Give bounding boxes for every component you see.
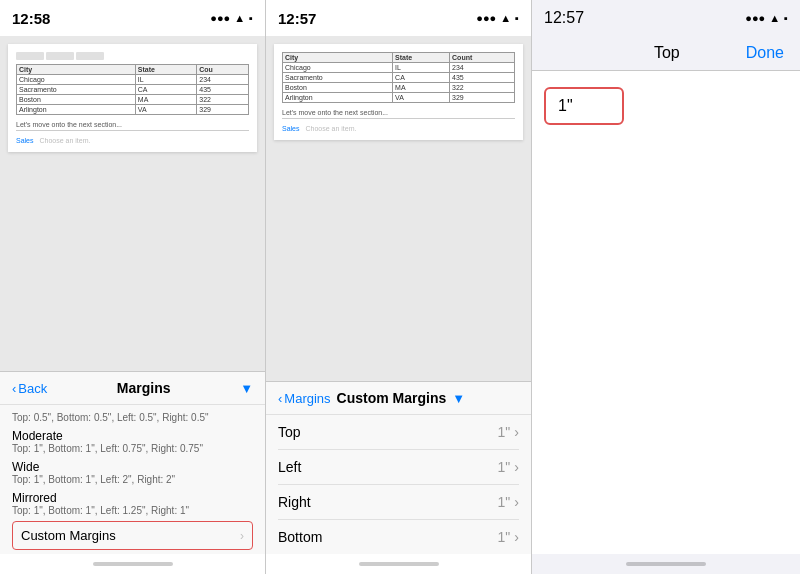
bottom-value-container: 1" ›	[498, 529, 519, 545]
toolbar-btn-2	[46, 52, 74, 60]
toolbar-1	[16, 52, 249, 60]
doc-placeholder-1: Choose an item.	[39, 137, 90, 144]
doc-table-2: City State Count Chicago IL 234 Sacramen…	[282, 52, 515, 103]
panel-3: 12:57 ●●● ▲ ▪ Top Done 1"	[532, 0, 800, 574]
top-value-input[interactable]: 1"	[544, 87, 624, 125]
chevron-right-icon-left: ›	[514, 459, 519, 475]
cell: Arlington	[283, 93, 393, 103]
right-value: 1"	[498, 494, 511, 510]
cell: 322	[450, 83, 515, 93]
signal-icon-1: ●●●	[210, 12, 230, 24]
custom-list-item-bottom[interactable]: Bottom 1" ›	[278, 520, 519, 554]
cell: Boston	[17, 95, 136, 105]
cell: IL	[393, 63, 450, 73]
doc-line-1	[16, 130, 249, 131]
nav-bar-3: Top Done	[532, 36, 800, 71]
margins-panel-1: ‹ Back Margins ▼ Top: 0.5", Bottom: 0.5"…	[0, 371, 265, 554]
cell: Sacramento	[17, 85, 136, 95]
chevron-right-icon-bottom: ›	[514, 529, 519, 545]
cell: 322	[197, 95, 249, 105]
custom-list-item-right[interactable]: Right 1" ›	[278, 485, 519, 520]
top-value-container: 1" ›	[498, 424, 519, 440]
cell: MA	[135, 95, 196, 105]
doc-preview-2: City State Count Chicago IL 234 Sacramen…	[266, 36, 531, 381]
cell: Arlington	[17, 105, 136, 115]
signal-icon-2: ●●●	[476, 12, 496, 24]
home-bar-3	[626, 562, 706, 566]
cell: CA	[135, 85, 196, 95]
panel-2: 12:57 ●●● ▲ ▪ City State Count Chicago	[266, 0, 532, 574]
table-row: Sacramento CA 435	[283, 73, 515, 83]
top-value: 1"	[498, 424, 511, 440]
dropdown-icon-1[interactable]: ▼	[240, 381, 253, 396]
wifi-icon-2: ▲	[500, 12, 511, 24]
custom-list-item-left[interactable]: Left 1" ›	[278, 450, 519, 485]
status-icons-3: ●●● ▲ ▪	[745, 12, 788, 24]
margin-moderate-desc: Top: 1", Bottom: 1", Left: 0.75", Right:…	[12, 443, 253, 454]
done-button-3[interactable]: Done	[746, 44, 784, 62]
battery-icon-1: ▪	[249, 12, 253, 24]
cell: 329	[197, 105, 249, 115]
custom-margins-button-1[interactable]: Custom Margins ›	[12, 521, 253, 550]
margin-mirrored-desc: Top: 1", Bottom: 1", Left: 1.25", Right:…	[12, 505, 253, 516]
home-bar-2	[359, 562, 439, 566]
margin-item-moderate: Moderate Top: 1", Bottom: 1", Left: 0.75…	[12, 426, 253, 457]
custom-margins-panel-2: ‹ Margins Custom Margins ▼ Top 1" › Left…	[266, 381, 531, 554]
chevron-left-icon-1: ‹	[12, 381, 16, 396]
chevron-left-icon-2: ‹	[278, 391, 282, 406]
home-bar-1	[93, 562, 173, 566]
col-header-city-2: City	[283, 53, 393, 63]
wifi-icon-1: ▲	[234, 12, 245, 24]
back-button-1[interactable]: ‹ Back	[12, 381, 47, 396]
table-row: Boston MA 322	[283, 83, 515, 93]
table-row: Sacramento CA 435	[17, 85, 249, 95]
back-label-1: Back	[18, 381, 47, 396]
table-row: Arlington VA 329	[283, 93, 515, 103]
time-1: 12:58	[12, 10, 50, 27]
table-row: Arlington VA 329	[17, 105, 249, 115]
cell: 435	[197, 85, 249, 95]
back-button-2[interactable]: ‹ Margins	[278, 391, 331, 406]
col-header-state-2: State	[393, 53, 450, 63]
margin-item-normal: Top: 0.5", Bottom: 0.5", Left: 0.5", Rig…	[12, 409, 253, 426]
right-label: Right	[278, 494, 311, 510]
right-value-container: 1" ›	[498, 494, 519, 510]
top-label: Top	[278, 424, 301, 440]
doc-label-text-2: Sales	[282, 125, 300, 132]
signal-icon-3: ●●●	[745, 12, 765, 24]
margins-title-1: Margins	[117, 380, 171, 396]
cell: 435	[450, 73, 515, 83]
time-3: 12:57	[544, 9, 584, 27]
home-indicator-2	[266, 554, 531, 574]
col-header-count-2: Count	[450, 53, 515, 63]
left-value-container: 1" ›	[498, 459, 519, 475]
status-bar-2: 12:57 ●●● ▲ ▪	[266, 0, 531, 36]
panel-1: 12:58 ●●● ▲ ▪ City State Cou	[0, 0, 266, 574]
custom-margins-title-2: Custom Margins	[337, 390, 447, 406]
custom-list-item-top[interactable]: Top 1" ›	[278, 415, 519, 450]
col-header-count-1: Cou	[197, 65, 249, 75]
time-2: 12:57	[278, 10, 316, 27]
margins-header-1: ‹ Back Margins ▼	[0, 372, 265, 405]
back-label-2: Margins	[284, 391, 330, 406]
doc-sheet-2: City State Count Chicago IL 234 Sacramen…	[274, 44, 523, 140]
bottom-value: 1"	[498, 529, 511, 545]
doc-placeholder-2: Choose an item.	[305, 125, 356, 132]
cell: Chicago	[17, 75, 136, 85]
cell: 234	[450, 63, 515, 73]
col-header-city-1: City	[17, 65, 136, 75]
margin-mirrored-title: Mirrored	[12, 491, 253, 505]
left-label: Left	[278, 459, 301, 475]
left-value: 1"	[498, 459, 511, 475]
cell: Sacramento	[283, 73, 393, 83]
table-row: Boston MA 322	[17, 95, 249, 105]
status-bar-3: 12:57 ●●● ▲ ▪	[532, 0, 800, 36]
home-indicator-1	[0, 554, 265, 574]
cell: 234	[197, 75, 249, 85]
dropdown-icon-2[interactable]: ▼	[452, 391, 465, 406]
doc-section-text-1: Let's move onto the next section...	[16, 121, 249, 128]
table-row: Chicago IL 234	[17, 75, 249, 85]
custom-margins-header-2: ‹ Margins Custom Margins ▼	[266, 382, 531, 415]
home-indicator-3	[532, 554, 800, 574]
doc-line-2	[282, 118, 515, 119]
